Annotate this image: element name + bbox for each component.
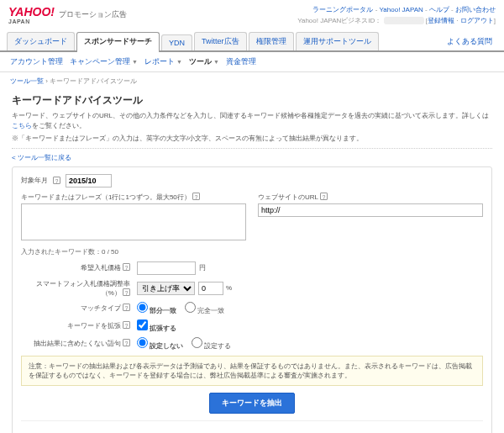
subtab-report[interactable]: レポート▼ xyxy=(144,56,182,67)
logo-product: プロモーション広告 xyxy=(59,9,127,20)
help-icon[interactable]: ? xyxy=(192,193,200,200)
extract-button[interactable]: キーワードを抽出 xyxy=(209,393,295,414)
exclude-on-radio[interactable]: 設定する xyxy=(192,337,231,351)
breadcrumb-current: キーワードアドバイスツール xyxy=(50,77,137,85)
logo: YAHOO! JAPAN プロモーション広告 xyxy=(8,5,127,24)
help-icon[interactable]: ? xyxy=(123,339,130,346)
link-logout[interactable]: ログアウト xyxy=(460,17,494,24)
period-label: 対象年月 xyxy=(21,176,48,185)
warning-box: 注意：キーワードの抽出結果および各表示データは予測値であり、結果を保証するもので… xyxy=(21,356,483,387)
page-title: キーワードアドバイスツール xyxy=(12,93,492,108)
link-help[interactable]: ヘルプ xyxy=(429,6,449,13)
biz-id-label: Yahoo! JAPANビジネスID： xyxy=(297,17,381,24)
link-yahoo[interactable]: Yahoo! JAPAN xyxy=(380,6,423,13)
breadcrumb: ツール一覧 › キーワードアドバイスツール xyxy=(0,72,504,90)
bid-input[interactable] xyxy=(137,261,196,275)
url-label: ウェブサイトのURL xyxy=(258,193,318,201)
logo-region: JAPAN xyxy=(8,18,55,24)
form-panel: 対象年月 ? キーワードまたはフレーズ（1行に1つずつ。最大50行） ? ウェブ… xyxy=(12,166,492,433)
keywords-textarea[interactable] xyxy=(21,203,246,240)
help-icon[interactable]: ? xyxy=(123,288,130,296)
tab-dashboard[interactable]: ダッシュボード xyxy=(7,32,75,50)
top-links: ラーニングポータル - Yahoo! JAPAN - ヘルプ - お問い合わせ … xyxy=(297,5,496,27)
link-learning[interactable]: ラーニングポータル xyxy=(312,6,373,13)
tab-permissions[interactable]: 権限管理 xyxy=(249,32,294,50)
link-contact[interactable]: お問い合わせ xyxy=(455,6,496,13)
subtab-account[interactable]: アカウント管理 xyxy=(10,56,63,67)
tab-sponsored-search[interactable]: スポンサードサーチ xyxy=(76,32,160,52)
chevron-down-icon: ▼ xyxy=(213,59,219,65)
subtab-funds[interactable]: 資金管理 xyxy=(226,56,256,67)
subtab-campaign[interactable]: キャンペーン管理▼ xyxy=(70,56,138,67)
faq-link[interactable]: よくある質問 xyxy=(442,33,497,50)
logo-main: YAHOO! xyxy=(8,5,55,18)
help-icon[interactable]: ? xyxy=(320,193,328,200)
sp-value-input[interactable] xyxy=(198,282,223,295)
expand-checkbox[interactable]: 拡張する xyxy=(137,319,176,333)
keyword-count: 入力されたキーワード数：0 / 50 xyxy=(21,247,483,256)
empty-hint: キーワードの抽出には、キーワードまたはフレーズ、あるいはウェブサイトのURLを入… xyxy=(21,420,483,433)
chevron-down-icon: ▼ xyxy=(176,59,182,65)
help-icon[interactable]: ? xyxy=(123,321,130,329)
tab-twitter[interactable]: Twitter広告 xyxy=(194,32,247,50)
kw-label: キーワードまたはフレーズ（1行に1つずつ。最大50行） xyxy=(21,193,191,201)
help-icon[interactable]: ? xyxy=(123,304,130,311)
desc-link[interactable]: こちら xyxy=(12,122,32,129)
breadcrumb-tools[interactable]: ツール一覧 xyxy=(10,77,44,85)
tab-support[interactable]: 運用サポートツール xyxy=(296,32,379,50)
sp-rate-select[interactable]: 引き上げ率 xyxy=(137,282,195,295)
help-icon[interactable]: ? xyxy=(53,177,60,184)
tab-ydn[interactable]: YDN xyxy=(161,34,192,50)
page-note: ※「キーワードまたはフレーズ」の入力は、英字の大文字/小文字、スペースの有無によ… xyxy=(12,134,492,143)
page-desc: キーワード、ウェブサイトのURL、その他の入力条件などを入力し、関連するキーワー… xyxy=(12,111,492,131)
url-input[interactable] xyxy=(258,203,483,217)
exclude-off-radio[interactable]: 設定しない xyxy=(137,337,183,351)
period-input[interactable] xyxy=(66,174,112,187)
back-link[interactable]: < ツール一覧に戻る xyxy=(12,148,492,166)
match-partial-radio[interactable]: 部分一致 xyxy=(137,302,176,315)
chevron-down-icon: ▼ xyxy=(132,59,138,65)
subtab-tool[interactable]: ツール▼ xyxy=(189,56,219,67)
link-account[interactable]: 登録情報 xyxy=(428,17,454,24)
match-exact-radio[interactable]: 完全一致 xyxy=(185,302,224,315)
help-icon[interactable]: ? xyxy=(123,263,130,271)
